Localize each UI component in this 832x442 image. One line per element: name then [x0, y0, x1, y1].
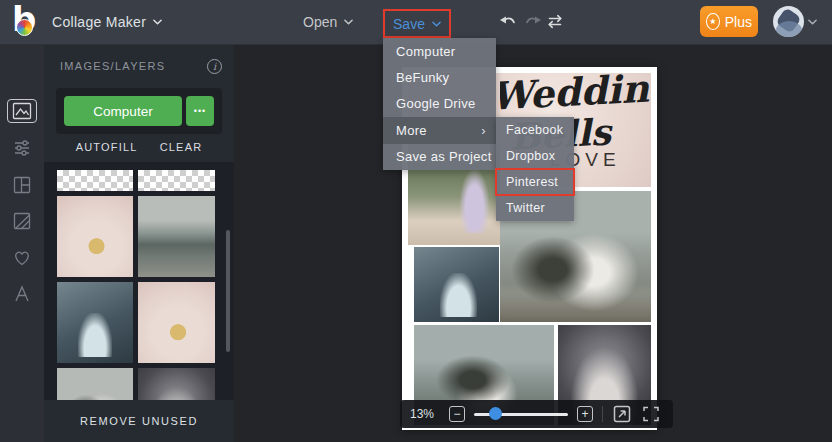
app-title-menu[interactable]: Collage Maker	[52, 0, 162, 44]
thumbnail-list	[44, 162, 234, 400]
autofill-button[interactable]: AUTOFILL	[76, 141, 138, 153]
text-a-icon	[12, 284, 32, 304]
transfer-project-button[interactable]	[543, 12, 567, 32]
open-button[interactable]: Open	[303, 0, 353, 44]
fit-to-screen-button[interactable]	[641, 404, 661, 424]
logo-color-wheel-icon	[16, 19, 33, 36]
repeat-arrows-icon	[545, 12, 565, 31]
menu-item-befunky[interactable]: BeFunky	[383, 64, 496, 90]
heart-icon	[12, 248, 32, 267]
avatar[interactable]	[773, 6, 804, 37]
thumbnail-text-strip[interactable]	[57, 170, 133, 191]
active-indicator	[7, 99, 37, 123]
background-icon	[12, 211, 32, 231]
menu-item-save-as-project[interactable]: Save as Project	[383, 144, 496, 170]
thumbnail-flatlay-spoon[interactable]	[57, 196, 133, 277]
thumbnail-couple-walking[interactable]	[57, 368, 133, 400]
save-dropdown-menu: Computer BeFunky Google Drive More › Sav…	[383, 38, 496, 170]
account-chevron-down-icon[interactable]	[808, 19, 817, 25]
befunky-logo[interactable]: b	[10, 5, 42, 39]
zoom-toolbar: 13% − +	[400, 400, 673, 428]
canvas-stage: Wedding Bells LOVE 13% − +	[234, 44, 832, 442]
thumbnail-flatlay-spoon[interactable]	[138, 282, 215, 363]
sliders-icon	[12, 138, 32, 158]
plus-upgrade-button[interactable]: ★ Plus	[700, 6, 758, 37]
redo-icon	[522, 12, 544, 30]
sidebar-item-image-manager[interactable]	[0, 96, 44, 126]
befunky-collage-maker-app: b Collage Maker Open Save	[0, 0, 832, 442]
chevron-down-icon	[344, 19, 353, 25]
save-button[interactable]: Save	[393, 16, 441, 32]
submenu-item-facebook[interactable]: Facebook	[496, 117, 574, 143]
thumbnail-bride-veil[interactable]	[138, 368, 215, 400]
thumbnail-bride-doorway[interactable]	[57, 282, 133, 363]
zoom-slider[interactable]	[474, 407, 568, 421]
annotation-box-save: Save	[383, 9, 451, 38]
undo-button[interactable]	[496, 12, 520, 32]
chevron-down-icon	[432, 21, 441, 27]
info-icon[interactable]: i	[207, 59, 222, 74]
submenu-item-pinterest[interactable]: Pinterest	[496, 169, 574, 195]
menu-item-google-drive[interactable]: Google Drive	[383, 91, 496, 117]
submenu-item-twitter[interactable]: Twitter	[496, 195, 574, 221]
more-submenu: Facebook Dropbox Pinterest Twitter	[496, 117, 574, 221]
submenu-item-dropbox[interactable]: Dropbox	[496, 143, 574, 169]
sidebar-item-background[interactable]	[0, 206, 44, 236]
upload-tray: Computer •••	[56, 88, 222, 134]
zoom-level: 13%	[410, 407, 440, 421]
zoom-in-button[interactable]: +	[577, 406, 593, 422]
diagonal-arrow-icon	[612, 404, 632, 424]
sidebar-item-graphics[interactable]	[0, 242, 44, 272]
submenu-arrow-icon: ›	[481, 123, 486, 138]
fullscreen-corners-icon	[641, 404, 661, 424]
star-icon: ★	[706, 13, 720, 30]
thumbnail-couple-lake[interactable]	[138, 196, 215, 277]
zoom-slider-knob[interactable]	[489, 407, 502, 420]
menu-item-computer[interactable]: Computer	[383, 38, 496, 64]
sidebar-item-customize[interactable]	[0, 133, 44, 163]
panel-title: IMAGES/LAYERS	[60, 60, 165, 72]
layout-grid-icon	[12, 175, 32, 195]
image-icon	[12, 102, 32, 120]
divider	[602, 406, 603, 422]
panel-scrollbar[interactable]	[226, 230, 230, 352]
remove-unused-button[interactable]: REMOVE UNUSED	[44, 400, 234, 442]
app-title: Collage Maker	[52, 14, 146, 30]
collage-tile-bride-doorway[interactable]	[414, 247, 499, 322]
autofill-clear-row: AUTOFILL CLEAR	[44, 141, 234, 153]
thumbnail-text-strip[interactable]	[138, 170, 215, 191]
computer-upload-button[interactable]: Computer	[64, 96, 182, 126]
clear-button[interactable]: CLEAR	[160, 141, 203, 153]
chevron-down-icon	[153, 19, 162, 25]
sidebar-item-layouts[interactable]	[0, 170, 44, 200]
menu-item-more[interactable]: More ›	[383, 117, 496, 143]
more-upload-options-button[interactable]: •••	[186, 96, 214, 126]
redo-button[interactable]	[521, 12, 545, 32]
tools-sidebar	[0, 44, 44, 442]
resize-canvas-button[interactable]	[612, 404, 632, 424]
sidebar-item-text[interactable]	[0, 279, 44, 309]
panel-header: IMAGES/LAYERS i	[60, 56, 222, 76]
zoom-out-button[interactable]: −	[449, 406, 465, 422]
images-layers-panel: IMAGES/LAYERS i Computer ••• AUTOFILL CL…	[44, 44, 234, 442]
undo-icon	[497, 12, 519, 30]
